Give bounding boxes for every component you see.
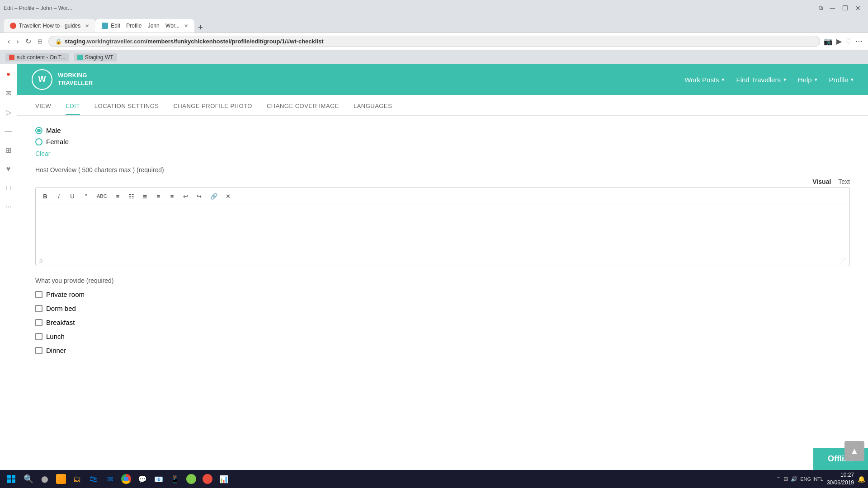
checkbox-lunch-box[interactable] [35,333,42,340]
taskbar-app-green[interactable] [184,471,199,487]
align-left-btn[interactable]: ≣ [139,190,151,202]
sidebar-icon-send[interactable]: ▷ [2,106,15,118]
ol-btn[interactable]: ☷ [126,190,137,202]
tab1-close[interactable]: ✕ [85,23,89,29]
underline-btn[interactable]: U [66,190,78,202]
checkbox-private-room-box[interactable] [35,291,42,298]
nav-link-work-posts[interactable]: Work Posts ▼ [684,76,725,84]
url-bar[interactable]: 🔒 staging.workingtraveller.com/members/f… [48,36,820,47]
favorite-icon[interactable]: ♡ [845,37,852,46]
taskbar-mail[interactable]: ✉ [102,471,118,487]
provide-section-label: What you provide (required) [35,277,850,284]
ul-btn[interactable]: ≡ [112,190,124,202]
editor-footer: p ⋰ [36,255,849,266]
taskbar-outlook[interactable]: 📧 [151,471,166,487]
close-btn[interactable]: ✕ [855,5,861,12]
work-posts-caret: ▼ [721,77,726,82]
media-icon[interactable]: ▶ [836,37,842,46]
link-btn[interactable]: 🔗 [207,190,221,202]
text-tab[interactable]: Text [838,178,850,185]
taskbar-explorer[interactable] [53,471,69,487]
tab-2[interactable]: Edit – Profile – John – Wor... ✕ [95,19,194,33]
back-btn[interactable]: ‹ [5,37,12,47]
reload-btn[interactable]: ↻ [23,36,33,47]
sidebar-icon-heart[interactable]: ♥ [2,163,15,175]
subnav-view[interactable]: VIEW [35,103,51,115]
gender-female-option[interactable]: Female [35,138,850,145]
taskbar-chrome[interactable] [118,471,134,487]
taskbar-whatsapp[interactable]: 📱 [167,471,183,487]
subnav-edit[interactable]: EDIT [66,103,80,115]
redo-btn[interactable]: ↪ [193,190,205,202]
scroll-to-top-btn[interactable]: ▲ [844,441,864,461]
taskbar-files[interactable]: 🗂 [70,471,85,487]
taskbar-store[interactable]: 🛍 [86,471,101,487]
forward-btn[interactable]: › [14,37,21,47]
align-center-btn[interactable]: ≡ [153,190,165,202]
align-right-btn[interactable]: ≡ [166,190,178,202]
tab-1[interactable]: Traveller: How to - guides ✕ [4,19,95,33]
checkbox-dinner[interactable]: Dinner [35,347,850,354]
sidebar-icon-grid[interactable]: ⊞ [2,144,15,156]
blockquote-btn[interactable]: " [80,190,92,202]
bookmark-1[interactable]: sub content - On T... [5,53,69,61]
editor-paragraph-tag: p [39,257,42,264]
sidebar-icon-more[interactable]: ··· [2,201,15,213]
checkbox-breakfast-box[interactable] [35,319,42,326]
strikethrough-btn[interactable]: ABC [94,190,110,202]
subnav-change-profile-photo[interactable]: CHANGE PROFILE PHOTO [173,103,252,115]
gender-clear-link[interactable]: Clear [35,150,850,157]
logo[interactable]: W WORKING TRAVELLER [31,68,93,91]
visual-tab[interactable]: Visual [812,178,831,185]
taskbar-search[interactable]: 🔍 [21,471,36,487]
italic-btn[interactable]: I [53,190,65,202]
cast-icon[interactable]: 📷 [824,37,833,46]
tab-manager-icon[interactable]: ⧉ [819,5,823,12]
subnav-change-cover-image[interactable]: CHANGE COVER IMAGE [267,103,339,115]
tray-network[interactable]: ⊟ [783,476,788,482]
menu-icon[interactable]: ⋯ [855,37,863,46]
tray-volume[interactable]: 🔊 [791,476,797,482]
tab2-close[interactable]: ✕ [184,23,188,29]
checkbox-private-room[interactable]: Private room [35,291,850,298]
subnav-location-settings[interactable]: LOCATION SETTINGS [94,103,159,115]
taskbar-skype[interactable]: 💬 [135,471,150,487]
apps-btn[interactable]: ⊞ [35,37,45,46]
nav-links: Work Posts ▼ Find Travellers ▼ Help ▼ Pr… [684,76,854,84]
address-bar: ‹ › ↻ ⊞ 🔒 staging.workingtraveller.com/m… [0,33,868,50]
gender-male-option[interactable]: Male [35,127,850,134]
logo-icon: W [31,68,53,91]
checkbox-dorm-bed-box[interactable] [35,305,42,312]
fullscreen-btn[interactable]: ✕ [222,190,234,202]
nav-link-help[interactable]: Help ▼ [798,76,818,84]
sidebar-icon-history[interactable]: □ [2,182,15,194]
gender-male-radio[interactable] [35,127,42,134]
checkbox-dinner-box[interactable] [35,347,42,354]
gender-female-radio[interactable] [35,138,42,145]
taskbar-cortana[interactable]: ⬤ [37,471,52,487]
sidebar-icon-mail[interactable]: ✉ [2,87,15,99]
nav-link-profile[interactable]: Profile ▼ [829,76,854,84]
taskbar-app-red[interactable] [200,471,215,487]
resize-handle[interactable]: ⋰ [840,257,846,264]
undo-btn[interactable]: ↩ [180,190,192,202]
checkbox-breakfast[interactable]: Breakfast [35,319,850,326]
minimize-btn[interactable]: ─ [830,4,835,12]
start-btn[interactable] [3,470,20,488]
notifications-btn[interactable]: 🔔 [858,475,865,483]
editor-content-area[interactable] [36,205,849,255]
sidebar-icon-dash[interactable]: — [2,125,15,137]
checkbox-dorm-bed[interactable]: Dorm bed [35,305,850,312]
taskbar-excel[interactable]: 📊 [216,471,231,487]
nav-link-find-travellers[interactable]: Find Travellers ▼ [736,76,787,84]
bold-btn[interactable]: B [39,190,51,202]
new-tab-btn[interactable]: + [194,23,207,33]
sidebar-icon-home[interactable]: ● [2,68,15,80]
bookmark-2[interactable]: Staging WT [74,53,117,61]
clock-date: 30/06/2019 [827,479,854,487]
checkbox-lunch[interactable]: Lunch [35,333,850,340]
subnav-languages[interactable]: LANGUAGES [354,103,392,115]
tray-up-arrow[interactable]: ⌃ [776,476,781,482]
restore-btn[interactable]: ❐ [842,5,848,12]
gender-female-label: Female [46,138,69,145]
